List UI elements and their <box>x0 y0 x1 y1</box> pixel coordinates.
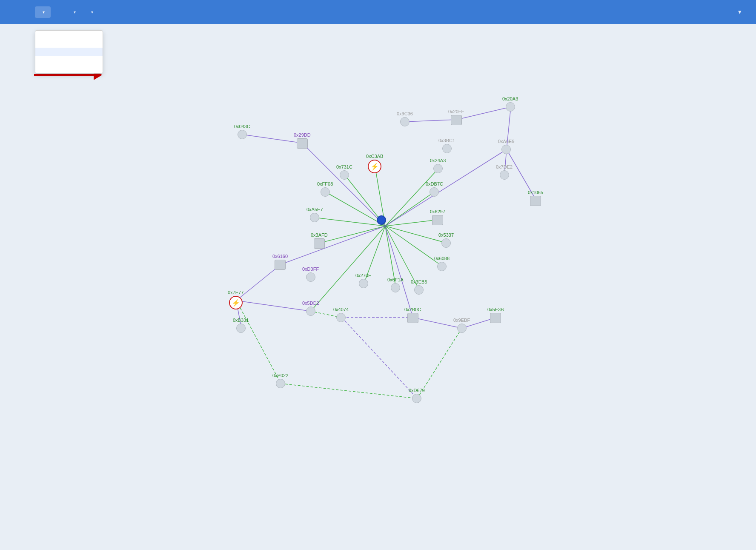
actions-caret-icon: ▾ <box>738 8 742 16</box>
node-0xFF08[interactable]: 0xFF08 <box>317 181 333 197</box>
node-0x5337[interactable]: 0x5337 <box>438 232 454 248</box>
nav-zigbee[interactable]: ▾ <box>35 6 51 18</box>
node-0x7DE2[interactable]: 0x7DE2 <box>496 164 513 180</box>
dropdown-join[interactable] <box>35 39 103 48</box>
nav-help[interactable]: ▾ <box>83 6 99 18</box>
node-0x3BC1[interactable]: 0x3BC1 <box>438 138 455 153</box>
node-0x6F1A[interactable]: 0x6F1A <box>387 277 404 292</box>
node-label-0xP022: 0xP022 <box>272 373 288 378</box>
dropdown-config[interactable] <box>35 65 103 73</box>
node-0x20FE[interactable]: 0x20FE <box>448 109 464 125</box>
node-icon-0x5E3B <box>490 313 501 323</box>
node-icon-0xDB7C <box>430 187 439 197</box>
node-0x7E77[interactable]: 0x7E77⚡ <box>228 290 243 309</box>
node-0x24A3[interactable]: 0x24A3 <box>430 158 446 173</box>
nav-right: ▾ <box>730 5 747 19</box>
node-label-0x4074: 0x4074 <box>333 307 349 312</box>
node-icon-coord <box>377 215 386 225</box>
node-label-0xB331: 0xB331 <box>233 318 249 323</box>
node-0xD679[interactable]: 0xD679 <box>409 388 425 403</box>
node-label-0xA5E7: 0xA5E7 <box>306 207 323 212</box>
node-0xDB7C[interactable]: 0xDB7C <box>426 181 443 197</box>
node-0x3AFD[interactable]: 0x3AFD <box>311 232 328 249</box>
node-icon-0x6F1A <box>391 283 400 292</box>
node-0x2B0C[interactable]: 0x2B0C <box>404 307 421 323</box>
node-icon-0x3EB5 <box>414 285 424 295</box>
node-label-0x3BC1: 0x3BC1 <box>438 138 455 143</box>
node-label-0x20FE: 0x20FE <box>448 109 464 114</box>
node-0x043C[interactable]: 0x043C <box>234 124 250 139</box>
node-icon-0x5337 <box>441 238 451 248</box>
node-icon-0x9C36 <box>400 117 410 126</box>
settings-caret-icon: ▾ <box>74 10 76 14</box>
node-label-0x9EBF: 0x9EBF <box>453 318 470 323</box>
node-label-0xA6E9: 0xA6E9 <box>498 139 515 144</box>
node-icon-0xC3AB: ⚡ <box>368 160 381 173</box>
node-label-0x270E: 0x270E <box>355 273 371 278</box>
node-label-0x6160: 0x6160 <box>272 254 288 259</box>
node-label-0x5E3B: 0x5E3B <box>487 307 504 312</box>
nav-home[interactable] <box>21 9 33 15</box>
node-0xA5E7[interactable]: 0xA5E7 <box>306 207 323 222</box>
node-icon-0x6088 <box>437 262 447 271</box>
node-0x270E[interactable]: 0x270E <box>355 273 371 288</box>
node-0x6088[interactable]: 0x6088 <box>434 256 450 271</box>
node-icon-0x20FE <box>451 115 462 125</box>
node-0x3EB5[interactable]: 0x3EB5 <box>411 279 427 295</box>
node-label-0x1065: 0x1065 <box>528 190 543 195</box>
node-label-0x6297: 0x6297 <box>430 209 445 214</box>
navbar: ▾ ▾ ▾ ▾ <box>0 0 756 24</box>
node-0x9EBF[interactable]: 0x9EBF <box>453 318 470 333</box>
node-icon-0x6297 <box>432 215 443 225</box>
node-coord[interactable] <box>377 215 386 225</box>
nav-settings[interactable]: ▾ <box>66 6 82 18</box>
zigbee-caret-icon: ▾ <box>43 10 45 14</box>
node-label-0x2B0C: 0x2B0C <box>404 307 421 312</box>
dropdown-map[interactable] <box>35 48 103 56</box>
svg-line-17 <box>385 149 507 226</box>
node-icon-0x9EBF <box>457 324 467 333</box>
arrow-line <box>34 74 94 76</box>
node-icon-0x24A3 <box>433 164 443 173</box>
actions-button[interactable]: ▾ <box>730 5 747 19</box>
zigbee-dropdown <box>35 30 103 74</box>
node-0x5DD2[interactable]: 0x5DD2 <box>302 301 319 316</box>
svg-line-15 <box>281 226 385 264</box>
node-icon-0xA5E7 <box>310 213 319 222</box>
node-label-0x20A3: 0x20A3 <box>502 96 518 101</box>
node-icon-0x731C <box>340 170 349 180</box>
node-label-0x6088: 0x6088 <box>434 256 450 261</box>
node-0x29DD[interactable]: 0x29DD <box>294 132 311 149</box>
node-0x5E3B[interactable]: 0x5E3B <box>487 307 504 323</box>
node-label-0xD0FF: 0xD0FF <box>302 266 319 272</box>
node-0x4074[interactable]: 0x4074 <box>333 307 349 322</box>
node-0x6160[interactable]: 0x6160 <box>272 254 288 270</box>
node-label-0x5337: 0x5337 <box>438 232 454 238</box>
node-icon-0x7DE2 <box>500 170 509 180</box>
nav-items: ▾ ▾ ▾ <box>21 6 730 18</box>
node-0xC3AB[interactable]: 0xC3AB⚡ <box>366 154 383 173</box>
node-icon-0xP022 <box>276 379 285 388</box>
node-0xB331[interactable]: 0xB331 <box>233 318 249 333</box>
nav-zigbee-wrapper: ▾ <box>35 6 51 18</box>
svg-line-21 <box>243 135 302 143</box>
node-label-0xD679: 0xD679 <box>409 388 425 393</box>
node-0xD0FF[interactable]: 0xD0FF <box>302 266 319 282</box>
node-icon-0xFF08 <box>321 187 330 197</box>
node-0x20A3[interactable]: 0x20A3 <box>502 96 518 112</box>
node-0xA6E9[interactable]: 0xA6E9 <box>498 139 515 154</box>
node-label-0x3EB5: 0x3EB5 <box>411 279 427 284</box>
dropdown-groups[interactable] <box>35 56 103 65</box>
dropdown-devices[interactable] <box>35 31 103 39</box>
node-0xP022[interactable]: 0xP022 <box>272 373 288 388</box>
node-label-0x9C36: 0x9C36 <box>397 111 413 116</box>
node-label-0x29DD: 0x29DD <box>294 132 311 138</box>
nav-log[interactable] <box>52 9 64 15</box>
node-0x9C36[interactable]: 0x9C36 <box>397 111 413 126</box>
node-0x1065[interactable]: 0x1065 <box>528 190 543 206</box>
node-0x731C[interactable]: 0x731C <box>336 164 352 180</box>
svg-line-9 <box>385 226 447 243</box>
node-icon-0x3AFD <box>314 238 325 249</box>
node-icon-0x2B0C <box>407 313 418 323</box>
node-0x6297[interactable]: 0x6297 <box>430 209 445 225</box>
